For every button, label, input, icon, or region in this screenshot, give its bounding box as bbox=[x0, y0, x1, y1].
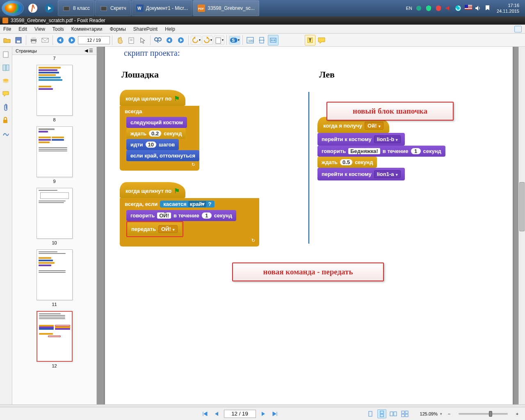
page-display-button[interactable]: ▾ bbox=[214, 36, 224, 45]
volume-icon[interactable] bbox=[475, 5, 481, 11]
taskbar-item-0[interactable]: 8 класс bbox=[58, 0, 94, 16]
menu-tools[interactable]: Tools bbox=[52, 26, 64, 32]
clock[interactable]: 17:16 24.11.2015 bbox=[494, 2, 522, 14]
collapse-icon[interactable]: ◀ ☰ bbox=[84, 48, 93, 53]
taskbar-item-1[interactable]: Скретч bbox=[95, 0, 131, 16]
last-page-button[interactable] bbox=[270, 409, 279, 418]
menu-file[interactable]: File bbox=[3, 26, 11, 32]
thumbnails-panel: Страницы ◀ ☰ 7 8 9 10 11 12 bbox=[12, 47, 97, 404]
save-button[interactable] bbox=[13, 35, 24, 46]
action-center-icon[interactable] bbox=[484, 5, 491, 11]
zoom-slider-thumb[interactable] bbox=[489, 411, 492, 417]
highlight-button[interactable]: T bbox=[305, 35, 315, 46]
menu-comments[interactable]: Комментарии bbox=[71, 26, 103, 32]
svg-text:PDF: PDF bbox=[198, 7, 204, 10]
zoom-slider[interactable] bbox=[459, 413, 508, 415]
svg-rect-20 bbox=[32, 37, 36, 39]
nav-tabs bbox=[0, 47, 12, 404]
tray-icon[interactable] bbox=[415, 5, 422, 11]
doc-heading: скрипт проекта: bbox=[124, 48, 498, 58]
security-tab-icon[interactable] bbox=[2, 116, 10, 125]
taskbar-item-2[interactable]: WДокумент1 - Micr... bbox=[132, 0, 193, 16]
green-flag-icon: ⚑ bbox=[174, 187, 180, 195]
find-button[interactable] bbox=[153, 35, 163, 46]
scrollbar-thumb[interactable] bbox=[519, 182, 525, 231]
menu-view[interactable]: View bbox=[34, 26, 45, 32]
select-text-button[interactable] bbox=[126, 35, 137, 46]
thumb-8[interactable]: 8 bbox=[12, 65, 96, 122]
pages-tab-icon[interactable] bbox=[2, 64, 10, 72]
tray-icon[interactable] bbox=[425, 5, 432, 11]
menu-sharepoint[interactable]: SharePoint bbox=[133, 26, 158, 32]
share-button[interactable]: S▾ bbox=[229, 36, 240, 45]
status-page-input[interactable] bbox=[224, 410, 256, 418]
clock-time: 17:16 bbox=[497, 2, 519, 8]
next-find-button[interactable] bbox=[176, 35, 186, 46]
zoom-in-button[interactable]: + bbox=[513, 409, 522, 418]
print-button[interactable] bbox=[28, 35, 39, 46]
svg-rect-50 bbox=[6, 65, 9, 71]
svg-rect-21 bbox=[32, 41, 36, 43]
fit-page-button[interactable] bbox=[256, 35, 267, 46]
actual-size-button[interactable]: 100 bbox=[245, 35, 256, 46]
thumb-12[interactable]: 12 bbox=[12, 311, 96, 368]
taskbar-item-3[interactable]: PDF33598_Grebnev_sc... bbox=[193, 0, 259, 16]
thumb-11[interactable]: 11 bbox=[12, 249, 96, 307]
rotate-cw-button[interactable]: ▾ bbox=[202, 36, 213, 45]
prev-page-button[interactable] bbox=[55, 35, 66, 46]
menu-forms[interactable]: Формы bbox=[110, 26, 126, 32]
thumb-10[interactable]: 10 bbox=[12, 188, 96, 245]
thumb-7[interactable]: 7 bbox=[12, 56, 96, 61]
single-page-button[interactable] bbox=[366, 409, 375, 418]
note-button[interactable] bbox=[316, 35, 327, 46]
svg-rect-14 bbox=[465, 8, 472, 9]
facing-button[interactable] bbox=[389, 409, 398, 418]
yandex-icon[interactable] bbox=[25, 0, 41, 16]
svg-rect-63 bbox=[402, 414, 404, 417]
menu-edit[interactable]: Edit bbox=[18, 26, 27, 32]
callout-top: новый блок шапочка bbox=[326, 102, 454, 121]
open-button[interactable] bbox=[2, 35, 12, 46]
pointer-button[interactable] bbox=[137, 35, 148, 46]
svg-point-9 bbox=[416, 6, 421, 11]
svg-rect-48 bbox=[3, 52, 8, 57]
svg-point-31 bbox=[158, 38, 161, 41]
signatures-tab-icon[interactable] bbox=[2, 130, 10, 138]
prev-page-button[interactable] bbox=[212, 409, 221, 418]
hand-tool-button[interactable] bbox=[114, 35, 125, 46]
attachments-tab-icon[interactable] bbox=[2, 103, 10, 112]
next-page-button[interactable] bbox=[66, 35, 77, 46]
thumb-9[interactable]: 9 bbox=[12, 126, 96, 184]
next-page-button[interactable] bbox=[258, 409, 267, 418]
language-indicator[interactable]: EN bbox=[406, 6, 412, 11]
continuous-button[interactable] bbox=[377, 409, 386, 418]
page-input[interactable] bbox=[78, 36, 110, 44]
flag-us-icon[interactable] bbox=[465, 5, 471, 11]
clock-date: 24.11.2015 bbox=[497, 8, 519, 14]
fit-width-button[interactable] bbox=[268, 35, 278, 46]
prev-find-button[interactable] bbox=[164, 35, 175, 46]
thumb-label: 9 bbox=[12, 179, 96, 184]
scratch-script-1: когда щелкнут по⚑ всегда следующий костю… bbox=[120, 90, 199, 171]
thumb-label: 7 bbox=[12, 56, 96, 61]
zoom-out-button[interactable]: − bbox=[445, 409, 454, 418]
taskbar-label: Скретч bbox=[110, 5, 126, 11]
zoom-value: 125.09% bbox=[420, 411, 438, 416]
media-icon[interactable] bbox=[41, 0, 57, 16]
restore-icon[interactable] bbox=[514, 26, 522, 32]
first-page-button[interactable] bbox=[201, 409, 210, 418]
svg-marker-54 bbox=[215, 412, 218, 416]
email-button[interactable] bbox=[40, 35, 50, 46]
start-button[interactable] bbox=[2, 0, 24, 16]
menu-help[interactable]: Help bbox=[165, 26, 175, 32]
rotate-ccw-button[interactable]: ▾ bbox=[191, 36, 201, 45]
vertical-scrollbar[interactable] bbox=[518, 47, 525, 404]
tray-icon[interactable] bbox=[455, 5, 461, 11]
zoom-dropdown-icon[interactable]: ▾ bbox=[440, 412, 442, 416]
tray-icon[interactable] bbox=[445, 5, 452, 11]
comments-tab-icon[interactable] bbox=[2, 90, 10, 98]
tray-icon[interactable] bbox=[435, 5, 442, 11]
bookmarks-tab-icon[interactable] bbox=[2, 51, 10, 59]
layers-tab-icon[interactable] bbox=[2, 77, 10, 85]
continuous-facing-button[interactable] bbox=[400, 409, 409, 418]
